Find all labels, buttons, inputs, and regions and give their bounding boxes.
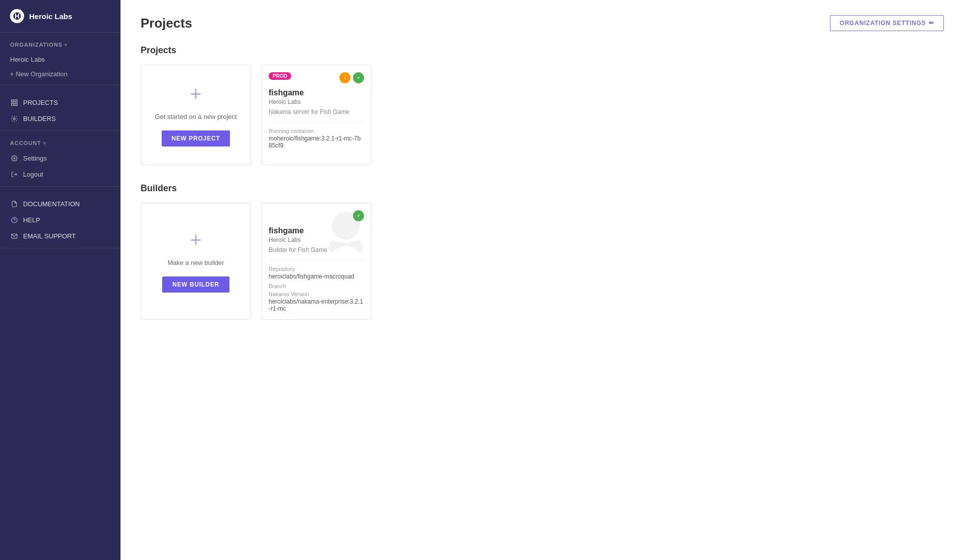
projects-cards-row: + Get started on a new project NEW PROJE… — [141, 65, 944, 165]
new-builder-card[interactable]: + Make a new builder NEW BUILDER — [141, 203, 251, 320]
running-container-label: Running container: — [269, 128, 364, 134]
branch-label: Branch — [269, 283, 364, 289]
email-support-label: EMAIL SUPPORT — [23, 232, 76, 240]
account-chevron-icon: ▾ — [43, 141, 46, 146]
prod-badge: PROD — [269, 72, 291, 80]
builders-icon — [10, 114, 18, 122]
documentation-label: DOCUMENTATION — [23, 200, 80, 208]
logout-icon — [10, 170, 18, 178]
new-org-label: + New Organization — [10, 70, 68, 78]
new-project-description: Get started on a new project — [155, 113, 236, 120]
project-name: fishgame — [269, 88, 364, 97]
org-settings-button[interactable]: ORGANIZATION SETTINGS ✏ — [830, 15, 944, 31]
sidebar-nav-section: PROJECTS BUILDERS — [0, 85, 120, 131]
sidebar-account-section: ACCOUNT ▾ Settings Logout — [0, 131, 120, 187]
new-builder-description: Make a new builder — [168, 259, 224, 266]
project-org: Heroic Labs — [269, 98, 364, 105]
builder-divider — [269, 260, 364, 261]
project-description: Nakama server for Fish Game — [269, 108, 364, 115]
sidebar: Heroic Labs ORGANIZATIONS ▾ Heroic Labs … — [0, 0, 120, 560]
sidebar-organizations-section: ORGANIZATIONS ▾ Heroic Labs + New Organi… — [0, 33, 120, 85]
fishgame-builder-card[interactable]: fishgame Heroic Labs Builder for Fish Ga… — [261, 203, 372, 320]
sidebar-item-settings[interactable]: Settings — [0, 150, 120, 166]
builder-card-body: fishgame Heroic Labs Builder for Fish Ga… — [262, 226, 371, 319]
warning-status-icon — [339, 72, 350, 83]
chevron-down-icon: ▾ — [64, 42, 67, 48]
org-label: Heroic Labs — [10, 56, 45, 63]
plus-icon-builder: + — [190, 230, 201, 250]
sidebar-item-heroic-labs[interactable]: Heroic Labs — [0, 52, 120, 67]
sidebar-item-builders[interactable]: BUILDERS — [0, 110, 120, 126]
sidebar-item-email-support[interactable]: EMAIL SUPPORT — [0, 228, 120, 244]
nakama-version-label: Nakama Version — [269, 291, 364, 297]
sidebar-item-logout[interactable]: Logout — [0, 166, 120, 182]
logo-text: Heroic Labs — [29, 12, 72, 21]
sidebar-bottom-section: DOCUMENTATION HELP EMAIL SUPPORT — [0, 187, 120, 248]
status-icons — [339, 72, 364, 83]
project-card-header: PROD — [262, 65, 371, 88]
nakama-version-value: heroiclabs/nakama-enterprise:3.2.1-r1-mc — [269, 298, 364, 312]
sidebar-item-help[interactable]: HELP — [0, 212, 120, 228]
builder-description: Builder for Fish Game — [269, 246, 364, 253]
projects-label: PROJECTS — [23, 99, 58, 106]
success-status-icon — [353, 72, 364, 83]
main-content: Projects ORGANIZATION SETTINGS ✏ Project… — [120, 0, 964, 560]
builder-card-header — [262, 203, 371, 226]
project-badges: PROD — [269, 72, 291, 80]
builder-status-icon — [353, 210, 364, 221]
settings-icon — [10, 154, 18, 162]
builders-section: Builders + Make a new builder NEW BUILDE… — [141, 183, 944, 320]
running-container-value: moheroic/fishgame:3.2.1-r1-mc-7b85cf9 — [269, 135, 364, 149]
project-card-body: fishgame Heroic Labs Nakama server for F… — [262, 88, 371, 156]
sidebar-logo[interactable]: Heroic Labs — [0, 0, 120, 33]
email-support-icon — [10, 232, 18, 240]
svg-rect-1 — [11, 99, 13, 101]
help-label: HELP — [23, 216, 40, 224]
svg-rect-3 — [11, 103, 13, 105]
settings-label: Settings — [23, 155, 47, 162]
svg-point-6 — [13, 157, 15, 159]
projects-icon — [10, 98, 18, 106]
page-title: Projects — [141, 16, 192, 31]
logout-label: Logout — [23, 171, 43, 178]
organizations-section-label: ORGANIZATIONS ▾ — [0, 42, 120, 52]
builder-org: Heroic Labs — [269, 236, 364, 243]
sidebar-item-projects[interactable]: PROJECTS — [0, 94, 120, 110]
svg-point-5 — [13, 117, 15, 119]
documentation-icon — [10, 200, 18, 208]
projects-section: Projects + Get started on a new project … — [141, 45, 944, 165]
edit-icon: ✏ — [929, 20, 934, 27]
main-header: Projects ORGANIZATION SETTINGS ✏ — [141, 15, 944, 31]
repo-value: heroiclabs/fishgame-macroquad — [269, 273, 364, 280]
builder-name: fishgame — [269, 226, 364, 235]
builders-label: BUILDERS — [23, 115, 56, 122]
svg-rect-2 — [15, 99, 17, 101]
svg-rect-4 — [15, 103, 17, 105]
card-divider — [269, 122, 364, 123]
builders-section-title: Builders — [141, 183, 944, 194]
repo-label: Repository — [269, 266, 364, 272]
plus-icon: + — [190, 84, 201, 104]
sidebar-item-new-organization[interactable]: + New Organization — [0, 67, 120, 81]
org-settings-label: ORGANIZATION SETTINGS — [839, 20, 926, 27]
projects-section-title: Projects — [141, 45, 944, 56]
builder-success-icon — [353, 210, 364, 221]
new-builder-button[interactable]: NEW BUILDER — [162, 276, 229, 293]
builders-cards-row: + Make a new builder NEW BUILDER — [141, 203, 944, 320]
new-project-button[interactable]: NEW PROJECT — [162, 130, 230, 147]
fishgame-project-card[interactable]: PROD — [261, 65, 372, 165]
account-section-label: ACCOUNT ▾ — [0, 140, 120, 150]
sidebar-item-documentation[interactable]: DOCUMENTATION — [0, 196, 120, 212]
help-icon — [10, 216, 18, 224]
logo-icon — [10, 9, 24, 23]
new-project-card[interactable]: + Get started on a new project NEW PROJE… — [141, 65, 251, 165]
